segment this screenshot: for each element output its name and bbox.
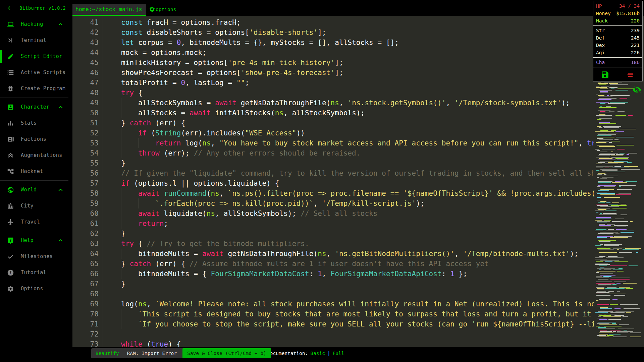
minimap-line bbox=[599, 241, 610, 242]
code-token: allStockSymbols = bbox=[104, 99, 215, 107]
code-line[interactable]: 65 } catch (err) { // Assume bitnode mul… bbox=[72, 259, 594, 269]
code-line[interactable]: 46 showPre4sForecast = options['show-pre… bbox=[72, 68, 594, 78]
code-line[interactable]: 42 const disableShorts = options['disabl… bbox=[72, 27, 594, 38]
code-line[interactable]: 58 await runCommand(ns, `ns.ps().filter(… bbox=[72, 188, 594, 198]
save-close-button[interactable]: Save & Close (Ctrl/Cmd + b) bbox=[182, 348, 271, 358]
code-line[interactable]: 73 while (true) { bbox=[72, 339, 594, 347]
minimap-line bbox=[596, 292, 609, 293]
sidebar-section-world[interactable]: World bbox=[0, 182, 68, 198]
person-icon bbox=[7, 104, 14, 111]
minimap-line bbox=[603, 126, 621, 127]
file-tab[interactable]: home:~/stock_main.js bbox=[72, 4, 146, 15]
minimap-line bbox=[600, 331, 612, 332]
code-text: while (true) { bbox=[104, 339, 181, 347]
code-line[interactable]: 55 } bbox=[72, 158, 594, 168]
code-line[interactable]: 49 allStockSymbols = await getNsDataThro… bbox=[72, 98, 594, 108]
minimap-line bbox=[630, 333, 641, 333]
minimap-line bbox=[612, 208, 627, 208]
code-token: }; bbox=[454, 270, 467, 278]
documentation-basic-link[interactable]: Basic bbox=[310, 351, 325, 356]
sidebar-item-milestones[interactable]: Milestones bbox=[0, 248, 68, 264]
sidebar-item-travel[interactable]: Travel bbox=[0, 214, 68, 230]
minimap-line bbox=[610, 84, 628, 85]
minimap-line bbox=[600, 106, 602, 107]
beautify-button[interactable]: Beautify bbox=[91, 348, 123, 358]
code-line[interactable]: 64 bitnodeMults = await getNsDataThrough… bbox=[72, 249, 594, 259]
save-game-button[interactable] bbox=[601, 70, 609, 79]
code-line[interactable]: 70 `This script is designed to buy stock… bbox=[72, 309, 594, 319]
minimap-line bbox=[599, 334, 608, 335]
minimap-line bbox=[620, 304, 638, 305]
sidebar-item-label: Tutorial bbox=[21, 269, 46, 276]
code-line[interactable]: 72 bbox=[72, 329, 594, 339]
code-line[interactable]: 62 } bbox=[72, 229, 594, 239]
code-token: 0 bbox=[181, 79, 185, 87]
sidebar-item-options[interactable]: Options bbox=[0, 281, 68, 297]
code-line[interactable]: 61 return; bbox=[72, 219, 594, 229]
code-line[interactable]: 68 bbox=[72, 289, 594, 299]
code-token: await bbox=[202, 250, 224, 258]
line-number: 60 bbox=[72, 208, 99, 219]
code-token: ns bbox=[211, 189, 220, 197]
code-line[interactable]: 51 } catch (err) { bbox=[72, 118, 594, 128]
minimap-line bbox=[608, 256, 618, 257]
code-line[interactable]: 69 log(ns, `Welcome! Please note: all st… bbox=[72, 299, 594, 309]
code-line[interactable]: 59 `.forEach(proc => ns.kill(proc.pid))`… bbox=[72, 198, 594, 208]
documentation-full-link[interactable]: Full bbox=[333, 351, 344, 356]
sidebar-item-active-scripts[interactable]: Active Scripts bbox=[0, 64, 68, 80]
sidebar-item-augmentations[interactable]: Augmentations bbox=[0, 147, 68, 163]
code-line[interactable]: 66 bitnodeMults = { FourSigmaMarketDataC… bbox=[72, 269, 594, 279]
sidebar-item-label: Factions bbox=[21, 136, 46, 142]
code-token: "You have to buy stock market access and… bbox=[219, 139, 578, 147]
minimap-line bbox=[600, 189, 614, 190]
code-line[interactable]: 71 `If you choose to stop the script, ma… bbox=[72, 319, 594, 329]
code-line[interactable]: 60 await liquidate(ns, allStockSymbols);… bbox=[72, 208, 594, 219]
code-line[interactable]: 56 // If given the "liquidate" command, … bbox=[72, 168, 594, 178]
code-line[interactable]: 50 allStocks = await initAllStocks(ns, a… bbox=[72, 108, 594, 118]
editor-options-button[interactable]: options bbox=[149, 4, 176, 15]
sidebar-item-label: Script Editor bbox=[21, 53, 62, 59]
code-text: minTickHistory = options['pre-4s-min-tic… bbox=[104, 58, 343, 68]
code-line[interactable]: 41 const fracH = options.fracH; bbox=[72, 17, 594, 27]
code-line[interactable]: 63 try { // Try to get the bitnode multi… bbox=[72, 239, 594, 249]
code-line[interactable]: 43 let corpus = 0, bitnodeMults = {}, my… bbox=[72, 38, 594, 48]
sidebar-item-tutorial[interactable]: ?Tutorial bbox=[0, 264, 68, 281]
code-editor-surface[interactable]: 41 const fracH = options.fracH;42 const … bbox=[72, 16, 594, 347]
sidebar-item-label: Hacknet bbox=[21, 168, 43, 174]
sidebar-item-city[interactable]: City bbox=[0, 198, 68, 214]
kill-all-scripts-button[interactable] bbox=[626, 70, 635, 79]
minimap-line bbox=[610, 265, 627, 266]
minimap-line bbox=[614, 295, 625, 296]
code-line[interactable]: 57 if (options.l || options.liquidate) { bbox=[72, 178, 594, 188]
sidebar-section-character[interactable]: Character bbox=[0, 99, 68, 115]
code-line[interactable]: 44 mock = options.mock; bbox=[72, 48, 594, 58]
sidebar-section-hacking[interactable]: Hacking bbox=[0, 16, 68, 32]
code-line[interactable]: 45 minTickHistory = options['pre-4s-min-… bbox=[72, 58, 594, 68]
laptop-icon bbox=[7, 21, 14, 28]
minimap-line bbox=[604, 326, 622, 326]
minimap-line bbox=[597, 138, 603, 139]
sidebar-item-terminal[interactable]: Terminal bbox=[0, 32, 68, 48]
code-line[interactable]: 48 try { bbox=[72, 88, 594, 98]
code-line[interactable]: 54 throw (err); // Any other errors shou… bbox=[72, 148, 594, 158]
code-line[interactable]: 52 if (String(err).includes("WSE Access"… bbox=[72, 128, 594, 138]
sidebar-item-factions[interactable]: Factions bbox=[0, 131, 68, 147]
code-line[interactable]: 53 return log(ns, "You have to buy stock… bbox=[72, 138, 594, 148]
minimap-line bbox=[598, 160, 615, 160]
sidebar-item-stats[interactable]: Stats bbox=[0, 115, 68, 131]
sidebar-item-create-program[interactable]: Create Program bbox=[0, 80, 68, 97]
augment-icon bbox=[7, 152, 14, 159]
code-token: ); bbox=[416, 199, 425, 207]
sidebar-item-hacknet[interactable]: Hacknet bbox=[0, 163, 68, 179]
sidebar-item-script-editor[interactable]: Script Editor bbox=[0, 48, 68, 64]
minimap-line bbox=[609, 334, 621, 335]
code-token: , bbox=[454, 250, 463, 258]
sidebar-section-help[interactable]: ?Help bbox=[0, 232, 68, 248]
eye-off-icon[interactable] bbox=[631, 84, 643, 95]
minimap-line bbox=[596, 282, 612, 282]
chevron-left-icon[interactable] bbox=[7, 5, 12, 11]
minimap-line bbox=[598, 322, 616, 322]
code-line[interactable]: 47 totalProfit = 0, lastLog = ""; bbox=[72, 78, 594, 88]
code-line[interactable]: 67 } bbox=[72, 279, 594, 289]
code-token bbox=[104, 199, 155, 207]
